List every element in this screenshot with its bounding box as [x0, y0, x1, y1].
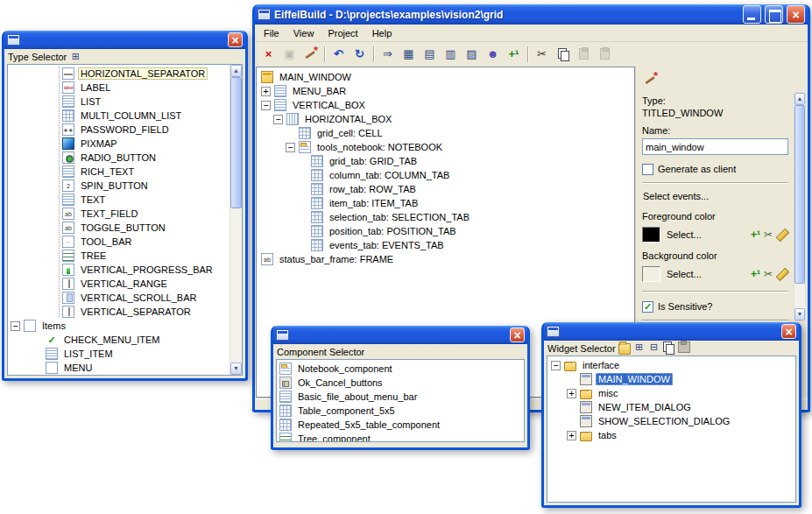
collapse-icon[interactable]: −	[273, 115, 283, 124]
foreground-select-button[interactable]: Select...	[664, 229, 704, 241]
add-constant-icon[interactable]	[751, 229, 760, 241]
export-button[interactable]: ⇒	[378, 45, 398, 64]
scroll-down-button[interactable]	[230, 363, 242, 375]
add-constant-icon[interactable]	[751, 268, 760, 280]
type-item[interactable]: abTEXT_FIELD	[8, 207, 229, 221]
events-wand-icon[interactable]	[644, 73, 657, 86]
redo-button[interactable]: ↻	[350, 45, 370, 64]
add-one-button[interactable]: +¹	[504, 45, 524, 64]
menu-help[interactable]: Help	[365, 26, 399, 40]
view-mixed-button[interactable]: ▨	[462, 45, 482, 64]
scissors-icon[interactable]	[764, 229, 773, 241]
paste-special-button[interactable]	[595, 45, 615, 64]
component-item[interactable]: Basic_file_about_menu_bar	[277, 390, 524, 404]
grid-view-icon[interactable]: ⊞	[69, 51, 81, 62]
collapse-icon[interactable]: −	[261, 101, 271, 110]
type-item[interactable]: TREE	[8, 249, 229, 263]
type-item[interactable]: ∗∗PASSWORD_FIELD	[8, 123, 229, 137]
titlebar[interactable]: EiffelBuild - D:\projects\examples\visio…	[255, 4, 808, 25]
background-select-button[interactable]: Select...	[664, 268, 704, 280]
type-item[interactable]: VERTICAL_RANGE	[8, 277, 229, 291]
titlebar[interactable]	[4, 31, 245, 49]
collapse-all-icon[interactable]: ⊟	[648, 341, 660, 353]
close-button[interactable]	[510, 327, 525, 342]
type-item[interactable]: RADIO_BUTTON	[8, 151, 229, 165]
scissors-icon[interactable]	[764, 268, 773, 280]
menu-project[interactable]: Project	[321, 26, 364, 40]
collapse-icon[interactable]: −	[551, 361, 561, 370]
component-item[interactable]: Repeated_5x5_table_component	[277, 418, 524, 432]
expand-icon[interactable]: +	[261, 87, 271, 96]
type-item[interactable]: RICH_TEXT	[8, 165, 229, 179]
view-rows-button[interactable]: ▤	[420, 45, 440, 64]
titlebar[interactable]	[273, 326, 527, 344]
tree-item[interactable]: −HORIZONTAL_BOX	[257, 112, 634, 126]
scroll-up-button[interactable]	[230, 65, 242, 77]
generate-as-client-checkbox[interactable]	[642, 164, 653, 175]
scroll-thumb[interactable]	[794, 105, 805, 284]
is-sensitive-checkbox[interactable]	[642, 301, 653, 313]
tree-item[interactable]: MAIN_WINDOW	[257, 70, 634, 84]
type-item[interactable]: MENU	[8, 361, 229, 375]
copy-widget-icon[interactable]	[663, 341, 675, 353]
close-button[interactable]	[228, 32, 243, 47]
type-item[interactable]: VERTICAL_PROGRESS_BAR	[8, 263, 229, 277]
widget-item[interactable]: −interface	[547, 358, 795, 372]
type-item[interactable]: PIXMAP	[8, 137, 229, 151]
collapse-icon[interactable]: −	[286, 143, 295, 152]
select-events-button[interactable]: Select events...	[642, 189, 788, 203]
type-item[interactable]: ✓CHECK_MENU_ITEM	[8, 333, 229, 347]
component-item[interactable]: Tree_component	[277, 432, 524, 441]
name-input[interactable]	[642, 138, 788, 155]
tree-item[interactable]: item_tab: ITEM_TAB	[257, 196, 634, 210]
scroll-down-button[interactable]	[794, 308, 805, 320]
component-item[interactable]: Table_component_5x5	[277, 404, 524, 418]
foreground-color-swatch[interactable]	[642, 227, 660, 243]
type-item[interactable]: ··TOOL_BAR	[8, 235, 229, 249]
type-list-scrollbar[interactable]	[229, 65, 242, 375]
type-item[interactable]: abTOGGLE_BUTTON	[8, 221, 229, 235]
tree-item[interactable]: −VERTICAL_BOX	[257, 98, 634, 112]
type-item[interactable]: LIST	[8, 95, 229, 109]
minimize-button[interactable]	[743, 5, 761, 24]
type-item[interactable]: HORIZONTAL_SEPARATOR	[8, 67, 229, 81]
tree-item[interactable]: abstatus_bar_frame: FRAME	[257, 252, 634, 266]
close-button[interactable]	[781, 324, 796, 339]
eraser-icon[interactable]	[776, 229, 788, 241]
expand-icon[interactable]: +	[567, 431, 576, 440]
view-grid-button[interactable]: ▦	[399, 45, 419, 64]
close-button[interactable]	[787, 5, 805, 24]
scroll-track[interactable]	[794, 105, 805, 308]
view-cols-button[interactable]: ▥	[441, 45, 461, 64]
widget-item[interactable]: +misc	[547, 386, 795, 400]
members-button[interactable]: ☻	[483, 45, 503, 64]
scroll-thumb[interactable]	[230, 77, 242, 208]
type-item[interactable]: VERTICAL_SCROLL_BAR	[8, 291, 229, 305]
new-directory-icon[interactable]	[618, 343, 631, 355]
type-item[interactable]: 2SPIN_BUTTON	[8, 179, 229, 193]
save-button[interactable]: ▣	[279, 45, 300, 64]
component-item[interactable]: Notebook_component	[277, 362, 524, 376]
type-item[interactable]: TEXT	[8, 193, 229, 207]
tree-item[interactable]: selection_tab: SELECTION_TAB	[257, 210, 634, 224]
delete-button[interactable]: ×	[258, 45, 279, 64]
widget-item[interactable]: NEW_ITEM_DIALOG	[547, 400, 795, 414]
widget-item[interactable]: SHOW_SELECTION_DIALOG	[547, 414, 795, 428]
panel-scrollbar[interactable]	[794, 92, 806, 321]
type-item[interactable]: labelLABEL	[8, 81, 229, 95]
menu-file[interactable]: File	[257, 26, 286, 40]
tree-item[interactable]: events_tab: EVENTS_TAB	[257, 238, 634, 252]
cut-button[interactable]: ✂	[532, 45, 552, 64]
component-item[interactable]: Ok_Cancel_buttons	[277, 376, 524, 390]
widget-item[interactable]: +tabs	[547, 428, 795, 442]
type-item[interactable]: MULTI_COLUMN_LIST	[8, 109, 229, 123]
tree-item[interactable]: grid_cell: CELL	[257, 126, 634, 140]
titlebar[interactable]	[544, 322, 799, 341]
scroll-up-button[interactable]	[794, 93, 805, 105]
widget-item[interactable]: MAIN_WINDOW	[547, 372, 795, 386]
type-item[interactable]: LIST_ITEM	[8, 347, 229, 361]
tree-item[interactable]: row_tab: ROW_TAB	[257, 182, 634, 196]
tree-item[interactable]: column_tab: COLUMN_TAB	[257, 168, 634, 182]
menu-view[interactable]: View	[286, 26, 321, 40]
paste-widget-icon[interactable]	[678, 341, 690, 353]
